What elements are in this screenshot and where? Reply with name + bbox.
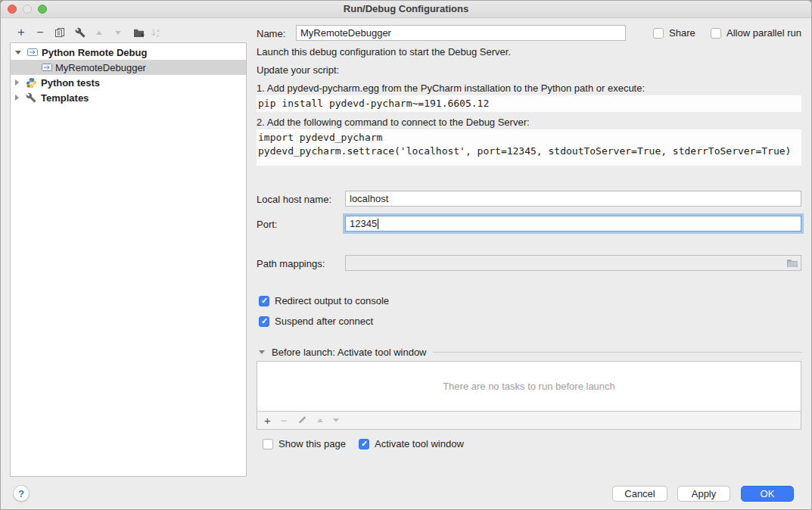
code-line-2: pydevd_pycharm.settrace('localhost', por… (258, 145, 791, 157)
folder-icon[interactable] (786, 258, 798, 268)
local-host-name-input[interactable]: localhost (345, 191, 801, 207)
suspend-after-connect-label: Suspend after connect (275, 316, 373, 327)
redirect-output-checkbox[interactable]: Redirect output to console (259, 295, 389, 306)
remote-debug-icon (26, 46, 39, 58)
instructions-step2: 2. Add the following command to connect … (257, 117, 530, 128)
run-debug-configurations-dialog: Run/Debug Configurations + − a z (0, 0, 812, 510)
checkbox-box[interactable] (711, 28, 721, 39)
move-up-icon (96, 31, 102, 35)
name-input[interactable]: MyRemoteDebugger (296, 25, 626, 41)
section-divider (433, 352, 801, 353)
expand-collapse-icon[interactable] (15, 51, 21, 54)
edit-pencil-icon (297, 415, 307, 424)
svg-text:a: a (157, 28, 160, 33)
remove-icon: − (36, 26, 43, 39)
name-value: MyRemoteDebugger (300, 27, 391, 39)
redirect-output-label: Redirect output to console (275, 295, 389, 306)
ok-button[interactable]: OK (741, 486, 794, 502)
wrench-icon (75, 27, 86, 38)
configurations-tree: Python Remote Debug MyRemoteDebugger (10, 42, 247, 477)
tree-item-label: Templates (41, 92, 89, 104)
name-label: Name: (257, 28, 285, 39)
tree-item-templates[interactable]: Templates (11, 90, 246, 105)
zoom-window-button[interactable] (38, 5, 47, 14)
remove-task-button[interactable]: − (281, 415, 288, 427)
move-down-icon (115, 31, 121, 35)
wrench-icon (25, 92, 37, 104)
activate-tool-window-label: Activate tool window (375, 438, 464, 449)
edit-defaults-button[interactable] (73, 26, 87, 39)
remove-configuration-button[interactable]: − (33, 26, 47, 39)
move-up-button[interactable] (92, 26, 106, 39)
window-title: Run/Debug Configurations (1, 1, 811, 17)
activate-tool-window-checkbox[interactable]: Activate tool window (359, 438, 464, 449)
tree-item-label: Python tests (41, 77, 100, 89)
text-cursor (378, 219, 378, 229)
ok-label: OK (761, 488, 775, 499)
edit-task-button[interactable] (297, 415, 307, 427)
instructions-step1: 1. Add pydevd-pycharm.egg from the PyCha… (257, 82, 645, 94)
checkbox-box[interactable] (653, 28, 664, 39)
local-host-name-label: Local host name: (257, 194, 331, 205)
checkbox-box[interactable] (259, 296, 269, 306)
new-folder-icon (133, 28, 145, 38)
cancel-button[interactable]: Cancel (612, 486, 667, 502)
close-window-button[interactable] (8, 5, 17, 14)
move-down-button[interactable] (111, 26, 125, 39)
code-line-1: import pydevd_pycharm (258, 132, 382, 143)
expand-collapse-icon[interactable] (15, 95, 19, 101)
tree-item-python-tests[interactable]: Python tests (11, 75, 246, 90)
share-checkbox[interactable]: Share (653, 27, 695, 39)
allow-parallel-run-checkbox[interactable]: Allow parallel run (711, 27, 801, 39)
checkbox-box[interactable] (259, 316, 269, 327)
copy-configuration-button[interactable] (53, 26, 67, 39)
apply-button[interactable]: Apply (677, 486, 730, 502)
minimize-window-button[interactable] (23, 5, 32, 14)
tree-item-label: MyRemoteDebugger (55, 62, 146, 73)
checkbox-box[interactable] (263, 439, 273, 449)
allow-parallel-run-label: Allow parallel run (726, 27, 801, 39)
before-launch-toolbar: + − (257, 412, 801, 430)
show-this-page-checkbox[interactable]: Show this page (263, 438, 346, 449)
move-task-down-icon[interactable] (333, 418, 339, 422)
help-question-mark: ? (18, 488, 24, 499)
instructions-line2: Update your script: (257, 64, 339, 76)
instructions-line1: Launch this debug configuration to start… (257, 46, 511, 58)
settrace-code-block: import pydevd_pycharm pydevd_pycharm.set… (257, 129, 801, 166)
before-launch-task-list: There are no tasks to run before launch (257, 361, 801, 412)
add-icon: + (17, 26, 24, 39)
cancel-label: Cancel (624, 488, 655, 499)
new-folder-button[interactable] (132, 26, 145, 39)
add-task-button[interactable]: + (264, 415, 271, 427)
title-bar[interactable]: Run/Debug Configurations (1, 1, 811, 18)
checkbox-box[interactable] (359, 439, 369, 449)
collapse-section-icon[interactable] (259, 350, 265, 354)
add-configuration-button[interactable]: + (14, 26, 28, 39)
svg-text:z: z (157, 33, 159, 38)
before-launch-header[interactable]: Before launch: Activate tool window (259, 347, 801, 358)
path-mappings-label: Path mappings: (257, 258, 325, 269)
expand-collapse-icon[interactable] (15, 79, 19, 86)
show-this-page-label: Show this page (278, 438, 346, 449)
path-mappings-input[interactable] (345, 255, 801, 271)
tree-item-myremotedebugger[interactable]: MyRemoteDebugger (11, 60, 246, 75)
help-button[interactable]: ? (13, 485, 30, 502)
sort-alphabetically-icon: a z (151, 27, 160, 38)
port-value: 12345 (350, 218, 377, 229)
pip-install-code-block: pip install pydevd-pycharm~=191.6605.12 (257, 95, 801, 112)
remote-debug-icon (41, 61, 53, 73)
port-input[interactable]: 12345 (345, 216, 801, 232)
local-host-name-value: localhost (350, 193, 388, 204)
port-label: Port: (257, 219, 277, 230)
tree-item-python-remote-debug[interactable]: Python Remote Debug (11, 45, 246, 60)
copy-icon (54, 27, 65, 38)
before-launch-title: Before launch: Activate tool window (272, 347, 427, 358)
share-label: Share (669, 27, 695, 39)
tree-item-label: Python Remote Debug (42, 47, 147, 58)
python-tests-icon (25, 76, 37, 89)
move-task-up-icon[interactable] (317, 418, 323, 422)
empty-task-list-text: There are no tasks to run before launch (443, 381, 615, 392)
suspend-after-connect-checkbox[interactable]: Suspend after connect (259, 316, 373, 327)
sort-configurations-button[interactable]: a z (148, 26, 162, 39)
apply-label: Apply (692, 488, 717, 499)
